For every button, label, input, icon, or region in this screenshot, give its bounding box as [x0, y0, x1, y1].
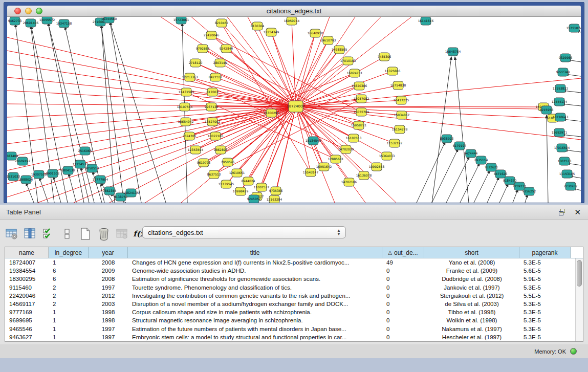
graph-node[interactable]: 9619795	[197, 159, 211, 167]
graph-node[interactable]: 9329966	[559, 54, 573, 62]
graph-node[interactable]: 8938923	[440, 135, 454, 143]
column-show-icon[interactable]	[23, 226, 38, 242]
graph-node[interactable]: 16136078	[356, 171, 372, 180]
graph-node[interactable]: 8988024	[19, 176, 33, 184]
graph-node[interactable]: 10902568	[369, 163, 385, 171]
column-header-short[interactable]: short	[424, 247, 519, 258]
table-mode-icon[interactable]	[4, 226, 19, 242]
graph-node[interactable]: 12193832	[553, 84, 569, 93]
graph-node[interactable]: 9735366	[269, 187, 283, 195]
graph-node[interactable]: 8130304	[251, 22, 265, 30]
column-header-title[interactable]: title	[128, 247, 382, 258]
graph-node[interactable]: 1931033	[7, 172, 20, 181]
graph-node[interactable]: 2718120	[189, 59, 203, 67]
graph-node[interactable]: 18724007	[287, 101, 305, 112]
table-row[interactable]: 1872400712008Changes of HCN gene express…	[5, 258, 583, 267]
table-row[interactable]: 1830029562008Estimation of significance …	[5, 275, 583, 283]
table-row[interactable]: 946554611997Estimation of the future num…	[5, 325, 583, 333]
graph-node[interactable]: 12213363	[182, 73, 198, 81]
graph-node[interactable]: 16640910	[308, 29, 323, 37]
graph-node[interactable]: 11153105	[559, 170, 575, 178]
graph-node[interactable]: 6179197	[453, 142, 467, 150]
graph-node[interactable]: 12610651	[229, 169, 245, 177]
graph-node[interactable]: 17885681	[328, 155, 344, 163]
graph-node[interactable]: 17016504	[554, 144, 570, 152]
graph-node[interactable]: 16951642	[316, 163, 332, 171]
graph-node[interactable]: 14055572	[39, 17, 55, 24]
graph-node[interactable]: 5901502	[46, 169, 60, 178]
graph-node[interactable]: 10347158	[56, 19, 72, 28]
graph-node[interactable]: 15543147	[303, 168, 319, 177]
graph-node[interactable]: 9792683	[196, 45, 210, 53]
column-header-year[interactable]: year	[89, 247, 128, 258]
table-row[interactable]: 1938455462009Genome-wide association stu…	[5, 267, 583, 275]
graph-node[interactable]: 10998429	[233, 187, 249, 195]
table-row[interactable]: 2242004622012Investigating the contribut…	[5, 292, 583, 300]
graph-node[interactable]: 15692971	[552, 128, 568, 137]
memory-status-indicator[interactable]	[570, 348, 577, 355]
graph-node[interactable]: 2230932	[564, 182, 578, 190]
graph-node[interactable]: 7950596	[221, 158, 235, 166]
graph-node[interactable]: 9462733	[8, 17, 22, 25]
new-column-icon[interactable]	[78, 226, 93, 242]
delete-column-icon[interactable]	[96, 226, 112, 242]
graph-node[interactable]: 8637513	[207, 170, 221, 179]
graph-node[interactable]: 20691406	[23, 19, 39, 27]
column-header-name[interactable]: name	[5, 247, 49, 258]
network-window-titlebar[interactable]: citations_edges.txt	[7, 6, 581, 17]
graph-node[interactable]: 14702039	[338, 145, 354, 154]
graph-node[interactable]: 2935114	[474, 156, 488, 164]
float-panel-icon[interactable]	[559, 209, 567, 216]
graph-node[interactable]: 17010193	[340, 57, 356, 65]
graph-node[interactable]: 10107564	[177, 103, 193, 111]
graph-node[interactable]: 9356252	[522, 187, 536, 195]
graph-node[interactable]: 7485306	[378, 53, 391, 61]
graph-node[interactable]: 15751074	[567, 24, 581, 32]
graph-node[interactable]: 16648784	[445, 48, 461, 56]
graph-node[interactable]: 20609192	[15, 157, 31, 165]
graph-node[interactable]: 8427552	[209, 73, 223, 81]
table-row[interactable]: 911546021997Tourette syndrome. Phenomeno…	[5, 283, 583, 292]
scrollbar-thumb[interactable]	[577, 260, 582, 287]
table-row[interactable]: 977716911998Corpus callosum shape and si…	[5, 308, 583, 316]
graph-node[interactable]: 2516065	[78, 147, 92, 155]
graph-node[interactable]: 16154278	[392, 125, 408, 134]
graph-node[interactable]: 12353594	[188, 146, 204, 154]
table-row[interactable]: 946362711997Embryonic stem cells: a mode…	[5, 333, 583, 341]
graph-node[interactable]: 2803144	[213, 59, 227, 67]
table-selector-dropdown[interactable]: citations_edges.txt ▲▼	[142, 226, 346, 238]
graph-node[interactable]: 19307558	[31, 170, 47, 179]
graph-node[interactable]: 15723061	[173, 17, 189, 24]
graph-node[interactable]: 9242844	[220, 45, 233, 53]
graph-node[interactable]: 8944024	[242, 177, 255, 185]
network-canvas[interactable]: 8210457224200469792683271812012213363114…	[7, 17, 581, 203]
graph-node[interactable]: 16141616	[418, 17, 434, 25]
column-header-in-degree[interactable]: in_degree	[49, 247, 89, 258]
graph-node[interactable]: 10417275	[394, 96, 409, 104]
table-row[interactable]: 969969511998Structural magnetic resonanc…	[5, 316, 583, 324]
graph-node[interactable]: 16959744	[284, 17, 300, 25]
import-table-icon[interactable]	[115, 226, 130, 242]
graph-node[interactable]: 6804130	[61, 166, 75, 174]
column-header-pagerank[interactable]: pagerank	[519, 247, 571, 258]
graph-node[interactable]: 12163284	[267, 195, 282, 203]
graph-node[interactable]: 8215958	[540, 106, 554, 114]
graph-node[interactable]: 9474444	[464, 149, 478, 158]
table-row[interactable]: 1456911722003Disruption of a novel membe…	[5, 300, 583, 308]
vertical-scrollbar[interactable]	[575, 258, 583, 341]
graph-node[interactable]: 7624705	[183, 132, 197, 140]
graph-node[interactable]: 9245052	[247, 195, 261, 203]
column-select-icon[interactable]	[41, 226, 56, 242]
graph-node[interactable]: 14988505	[332, 46, 347, 54]
graph-node[interactable]: 19610793	[320, 36, 336, 45]
close-panel-icon[interactable]: ✕	[574, 208, 581, 216]
graph-node[interactable]: 1307533	[558, 157, 572, 165]
graph-node[interactable]: 12254349	[264, 28, 279, 36]
graph-node[interactable]: 7852355	[103, 187, 117, 195]
graph-node[interactable]: 11532192	[387, 139, 403, 147]
graph-node[interactable]: 9862898	[214, 146, 228, 154]
graph-node[interactable]: 9227349	[556, 68, 570, 76]
column-header-out-de-[interactable]: △out_de...	[382, 247, 424, 258]
row-height-icon[interactable]	[59, 226, 75, 242]
graph-node[interactable]: 11007537	[254, 183, 270, 191]
